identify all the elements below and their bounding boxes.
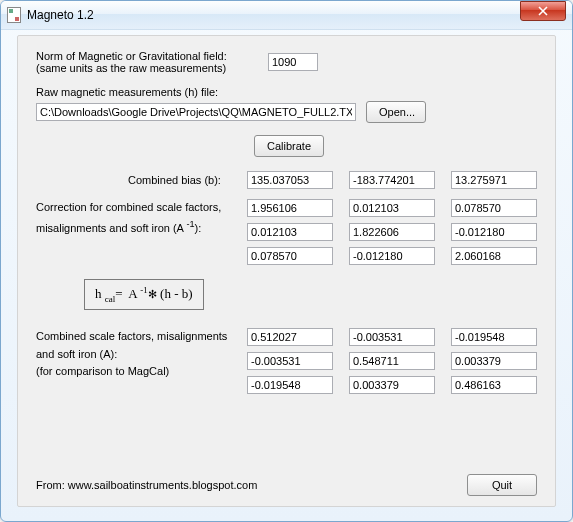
bias-0[interactable] xyxy=(247,171,333,189)
norm-label-1: Norm of Magnetic or Gravitational field: xyxy=(36,50,254,62)
from-label: From: www.sailboatinstruments.blogspot.c… xyxy=(36,479,257,491)
window-title: Magneto 1.2 xyxy=(27,8,566,22)
ainv-20[interactable] xyxy=(247,247,333,265)
a-label-2: and soft iron (A): xyxy=(36,346,241,364)
norm-input[interactable] xyxy=(268,53,318,71)
quit-button[interactable]: Quit xyxy=(467,474,537,496)
bias-label: Combined bias (b): xyxy=(128,174,221,186)
footer: From: www.sailboatinstruments.blogspot.c… xyxy=(36,474,537,496)
open-button[interactable]: Open... xyxy=(366,101,426,123)
ainv-22[interactable] xyxy=(451,247,537,265)
ainv-01[interactable] xyxy=(349,199,435,217)
ainv-21[interactable] xyxy=(349,247,435,265)
client-area: Norm of Magnetic or Gravitational field:… xyxy=(17,35,556,507)
bias-1[interactable] xyxy=(349,171,435,189)
a-10[interactable] xyxy=(247,352,333,370)
ainv-label-1: Correction for combined scale factors, xyxy=(36,199,241,217)
ainv-matrix xyxy=(247,199,537,265)
ainv-label-2: misalignments and soft iron (A -1): xyxy=(36,217,241,237)
norm-row: Norm of Magnetic or Gravitational field:… xyxy=(36,50,537,74)
a-11[interactable] xyxy=(349,352,435,370)
norm-label-2: (same units as the raw measurements) xyxy=(36,62,254,74)
a-22[interactable] xyxy=(451,376,537,394)
app-icon xyxy=(7,8,21,22)
close-button[interactable] xyxy=(520,1,566,21)
ainv-10[interactable] xyxy=(247,223,333,241)
file-row: Open... xyxy=(36,101,537,123)
calibrate-button[interactable]: Calibrate xyxy=(254,135,324,157)
a-00[interactable] xyxy=(247,328,333,346)
close-icon xyxy=(538,6,548,16)
bias-row: Combined bias (b): xyxy=(36,171,537,189)
a-12[interactable] xyxy=(451,352,537,370)
a-matrix xyxy=(247,328,537,394)
a-label-1: Combined scale factors, misalignments xyxy=(36,328,241,346)
a-label-3: (for comparison to MagCal) xyxy=(36,363,241,381)
ainv-section: Correction for combined scale factors, m… xyxy=(36,199,537,265)
file-path-input[interactable] xyxy=(36,103,356,121)
a-section: Combined scale factors, misalignments an… xyxy=(36,328,537,394)
a-20[interactable] xyxy=(247,376,333,394)
app-window: Magneto 1.2 Norm of Magnetic or Gravitat… xyxy=(0,0,573,522)
file-label: Raw magnetic measurements (h) file: xyxy=(36,86,537,98)
a-21[interactable] xyxy=(349,376,435,394)
ainv-02[interactable] xyxy=(451,199,537,217)
a-02[interactable] xyxy=(451,328,537,346)
ainv-00[interactable] xyxy=(247,199,333,217)
a-01[interactable] xyxy=(349,328,435,346)
formula-box: h cal= A -1✻ (h - b) xyxy=(84,279,204,310)
ainv-12[interactable] xyxy=(451,223,537,241)
ainv-11[interactable] xyxy=(349,223,435,241)
titlebar: Magneto 1.2 xyxy=(1,1,572,30)
bias-2[interactable] xyxy=(451,171,537,189)
